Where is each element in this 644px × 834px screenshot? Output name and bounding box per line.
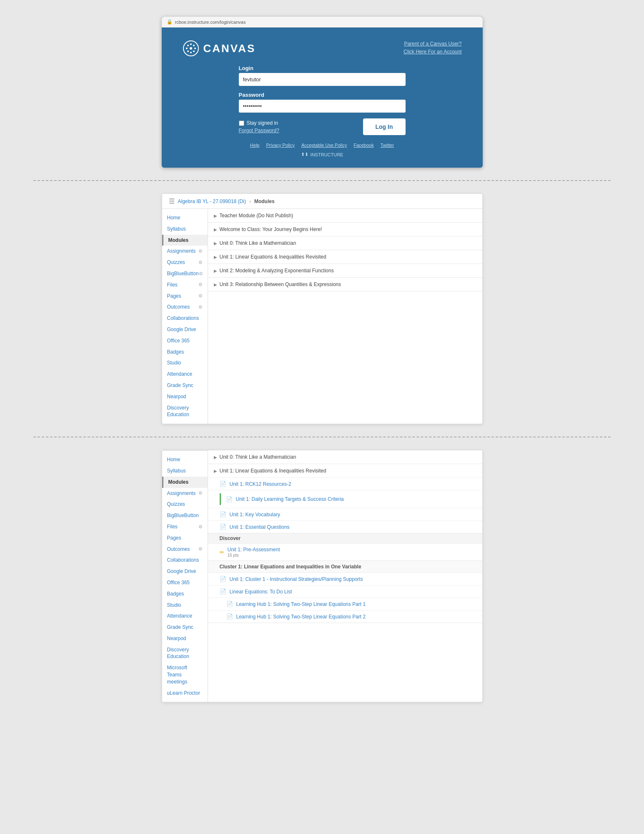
sidebar-item-bigbluebutton-1[interactable]: BigBlueButton ⚙ <box>162 268 208 279</box>
page-icon-vocab: 📄 <box>220 511 226 517</box>
url-bar: 🔒 rcboe.instructure.com/login/canvas <box>162 17 483 28</box>
sidebar-item-google-drive-1[interactable]: Google Drive <box>162 324 208 335</box>
password-input[interactable] <box>239 100 406 113</box>
svg-point-8 <box>193 45 195 46</box>
module-header-unit2: ▶ Unit 2: Modeling & Analyzing Exponenti… <box>208 264 482 277</box>
sidebar-item-files-1[interactable]: Files ⚙ <box>162 279 208 291</box>
sidebar-item-badges-2[interactable]: Badges <box>162 588 208 600</box>
acceptable-use-link[interactable]: Acceptable Use Policy <box>301 143 347 148</box>
sidebar-item-google-drive-2[interactable]: Google Drive <box>162 566 208 577</box>
module-item-hub1-part2[interactable]: 📄 Learning Hub 1: Solving Two-Step Linea… <box>208 610 482 623</box>
svg-point-6 <box>187 45 189 46</box>
sidebar-item-collaborations-1[interactable]: Collaborations <box>162 313 208 324</box>
sidebar-item-pages-1[interactable]: Pages ⚙ <box>162 291 208 302</box>
modules-main-1: ▶ Teacher Module (Do Not Publish) ▶ Welc… <box>208 209 482 424</box>
module-item-rck12[interactable]: 📄 Unit 1: RCK12 Resources-2 <box>208 477 482 490</box>
hamburger-icon[interactable]: ☰ <box>169 197 175 205</box>
sidebar-item-outcomes-2[interactable]: Outcomes ⚙ <box>162 544 208 555</box>
sidebar-item-attendance-2[interactable]: Attendance <box>162 610 208 622</box>
modules-layout-2: Home Syllabus Modules Assignments ⚙ Quiz… <box>162 450 482 702</box>
password-label: Password <box>239 92 406 98</box>
canvas-logo-icon <box>183 40 199 57</box>
module-header-welcome: ▶ Welcome to Class: Your Journey Begins … <box>208 223 482 236</box>
sidebar-item-discovery-2[interactable]: Discovery Education <box>162 644 208 663</box>
forgot-password-link[interactable]: Forgot Password? <box>239 128 279 133</box>
sidebar-item-home-1[interactable]: Home <box>162 212 208 224</box>
breadcrumb-course-link[interactable]: Algebra IB YL - 27.099018 (Di) <box>178 198 246 204</box>
sidebar-item-assignments-1[interactable]: Assignments ⚙ <box>162 246 208 257</box>
assignments-icon-1: ⚙ <box>198 248 203 254</box>
help-link[interactable]: Help <box>250 143 260 148</box>
sidebar-item-badges-1[interactable]: Badges <box>162 347 208 358</box>
sidebar-item-nearpod-1[interactable]: Nearpod <box>162 391 208 402</box>
parent-of-canvas-link[interactable]: Parent of a Canvas User? <box>403 40 461 48</box>
instructure-arrows: ⬆⬇ <box>301 152 308 157</box>
login-input[interactable] <box>239 73 406 86</box>
url-text: rcboe.instructure.com/login/canvas <box>175 20 246 25</box>
sidebar-item-pages-2[interactable]: Pages <box>162 533 208 544</box>
sidebar-2: Home Syllabus Modules Assignments ⚙ Quiz… <box>162 450 208 702</box>
sidebar-item-office365-2[interactable]: Office 365 <box>162 577 208 588</box>
sidebar-item-quizzes-2[interactable]: Quizzes <box>162 499 208 510</box>
svg-point-7 <box>193 50 195 52</box>
sidebar-item-modules-2[interactable]: Modules <box>162 477 208 488</box>
privacy-link[interactable]: Privacy Policy <box>266 143 294 148</box>
sidebar-item-bigbluebutton-2[interactable]: BigBlueButton <box>162 510 208 521</box>
sidebar-item-grade-sync-2[interactable]: Grade Sync <box>162 622 208 633</box>
module-row-unit1-2: ▶ Unit 1: Linear Equations & Inequalitie… <box>208 464 482 623</box>
login-left: Stay signed in Forgot Password? <box>239 120 279 133</box>
facebook-link[interactable]: Facebook <box>353 143 373 148</box>
page-icon-rck12: 📄 <box>220 481 226 487</box>
sidebar-item-syllabus-2[interactable]: Syllabus <box>162 465 208 477</box>
arrow-icon-unit3: ▶ <box>214 282 217 287</box>
sidebar-item-ulearn-2[interactable]: uLearn Proctor <box>162 688 208 699</box>
sidebar-item-attendance-1[interactable]: Attendance <box>162 369 208 380</box>
module-row-teacher: ▶ Teacher Module (Do Not Publish) <box>208 209 482 223</box>
module-row-unit2: ▶ Unit 2: Modeling & Analyzing Exponenti… <box>208 264 482 278</box>
sidebar-item-grade-sync-1[interactable]: Grade Sync <box>162 380 208 391</box>
breadcrumb-modules-1: Modules <box>254 198 275 204</box>
sidebar-item-outcomes-1[interactable]: Outcomes ⚙ <box>162 301 208 313</box>
modules-topbar-1: ☰ Algebra IB YL - 27.099018 (Di) › Modul… <box>162 194 482 209</box>
twitter-link[interactable]: Twitter <box>381 143 394 148</box>
sidebar-item-nearpod-2[interactable]: Nearpod <box>162 633 208 644</box>
quizzes-icon-1: ⚙ <box>198 259 203 266</box>
pages-icon-1: ⚙ <box>198 293 203 299</box>
sidebar-item-ms-teams-2[interactable]: Microsoft Teams meetings <box>162 662 208 687</box>
login-form: Login Password Stay signed in Forgot Pas… <box>239 65 406 135</box>
modules-window-1: ☰ Algebra IB YL - 27.099018 (Di) › Modul… <box>162 193 483 424</box>
green-bar-daily <box>220 493 221 505</box>
sidebar-item-files-2[interactable]: Files ⚙ <box>162 521 208 533</box>
module-item-essential[interactable]: 📄 Unit 1: Essential Questions <box>208 520 482 533</box>
sidebar-item-discovery-1[interactable]: Discovery Education <box>162 402 208 421</box>
discover-header: Discover <box>208 533 482 543</box>
module-item-cluster[interactable]: 📄 Unit 1: Cluster 1 - Instructional Stra… <box>208 573 482 585</box>
sidebar-item-studio-1[interactable]: Studio <box>162 357 208 369</box>
sidebar-item-collaborations-2[interactable]: Collaborations <box>162 555 208 566</box>
arrow-icon-welcome: ▶ <box>214 227 217 232</box>
module-header-unit1: ▶ Unit 1: Linear Equations & Inequalitie… <box>208 250 482 264</box>
module-item-vocab[interactable]: 📄 Unit 1: Key Vocabulary <box>208 508 482 520</box>
click-here-link[interactable]: Click Here For an Account <box>403 48 461 56</box>
modules-main-2: ▶ Unit 0: Think Like a Mathematician ▶ U… <box>208 450 482 702</box>
stay-signed-checkbox[interactable] <box>239 121 244 126</box>
svg-point-1 <box>190 47 192 50</box>
modules-section-1: ☰ Algebra IB YL - 27.099018 (Di) › Modul… <box>0 181 644 437</box>
module-item-linear-todo[interactable]: 📄 Linear Equations: To Do List <box>208 585 482 598</box>
modules-section-2: Home Syllabus Modules Assignments ⚙ Quiz… <box>0 437 644 715</box>
sidebar-item-quizzes-1[interactable]: Quizzes ⚙ <box>162 257 208 268</box>
login-button[interactable]: Log In <box>363 118 406 135</box>
module-item-daily[interactable]: 📄 Unit 1: Daily Learning Targets & Succe… <box>208 490 482 508</box>
sidebar-item-studio-2[interactable]: Studio <box>162 600 208 611</box>
module-row-welcome: ▶ Welcome to Class: Your Journey Begins … <box>208 223 482 236</box>
sidebar-item-modules-1[interactable]: Modules <box>162 235 208 246</box>
svg-point-4 <box>186 48 188 49</box>
login-section: 🔒 rcboe.instructure.com/login/canvas <box>0 0 644 180</box>
module-item-pre-assessment[interactable]: ✏ Unit 1: Pre-Assessment 16 pts <box>208 543 482 560</box>
sidebar-item-syllabus-1[interactable]: Syllabus <box>162 224 208 235</box>
module-item-hub1-part1[interactable]: 📄 Learning Hub 1: Solving Two-Step Linea… <box>208 598 482 610</box>
module-header-unit0-2: ▶ Unit 0: Think Like a Mathematician <box>208 450 482 464</box>
sidebar-item-home-2[interactable]: Home <box>162 454 208 465</box>
sidebar-item-assignments-2[interactable]: Assignments ⚙ <box>162 488 208 499</box>
sidebar-item-office365-1[interactable]: Office 365 <box>162 335 208 347</box>
